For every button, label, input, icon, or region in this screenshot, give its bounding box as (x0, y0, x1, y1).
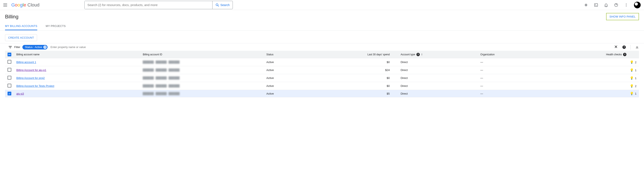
spend-cell: $5 (300, 90, 398, 97)
notifications-icon[interactable] (604, 3, 608, 7)
svg-line-1 (218, 5, 219, 6)
spend-cell: $24 (300, 66, 398, 74)
create-account-button[interactable]: CREATE ACCOUNT (5, 34, 37, 41)
search-button-label: Search (220, 3, 230, 7)
billing-account-id: ██████-██████-██████ (140, 82, 264, 90)
col-type-label: Account type (400, 53, 415, 56)
chip-remove-icon[interactable]: ✕ (43, 46, 47, 49)
health-cell: 💡1 (534, 90, 639, 97)
org-cell: — (478, 74, 534, 82)
type-cell: Direct (398, 74, 478, 82)
filter-chip-label: Status : Active (25, 46, 42, 49)
table-row: Billing Account for aju-p1 ██████-██████… (5, 66, 639, 74)
page-title: Billing (5, 14, 18, 20)
col-health[interactable]: Health checks ? (534, 51, 639, 58)
tab-my-projects[interactable]: MY PROJECTS (46, 22, 66, 30)
svg-rect-9 (10, 48, 11, 48)
row-checkbox[interactable] (8, 60, 11, 64)
svg-point-6 (626, 6, 626, 6)
hamburger-menu-icon[interactable] (3, 2, 8, 7)
svg-point-4 (626, 3, 626, 4)
spend-cell: $0 (300, 82, 398, 90)
status-cell: Active (264, 74, 300, 82)
status-cell: Active (264, 90, 300, 97)
spend-cell: $0 (300, 74, 398, 82)
cloud-shell-icon[interactable] (594, 3, 598, 7)
search-button[interactable]: Search (212, 1, 232, 9)
type-cell: Direct (398, 90, 478, 97)
row-checkbox[interactable] (8, 92, 11, 95)
lightbulb-icon: 💡 (630, 76, 634, 80)
help-type-icon[interactable]: ? (416, 53, 420, 56)
org-cell: — (478, 90, 534, 97)
col-spend[interactable]: Last 30 days' spend (300, 51, 398, 58)
gemini-spark-icon[interactable] (584, 3, 588, 7)
lightbulb-icon: 💡 (630, 84, 634, 88)
status-cell: Active (264, 82, 300, 90)
tab-bar: MY BILLING ACCOUNTS MY PROJECTS (0, 22, 644, 30)
col-id[interactable]: Billing account ID (140, 51, 264, 58)
more-vert-icon[interactable] (624, 3, 628, 7)
action-bar: CREATE ACCOUNT (0, 30, 644, 43)
clear-filter-icon[interactable] (614, 45, 618, 49)
filter-icon[interactable] (8, 45, 12, 49)
spend-cell: $0 (300, 58, 398, 66)
org-cell: — (478, 82, 534, 90)
col-org[interactable]: Organization (478, 51, 534, 58)
type-cell: Direct (398, 58, 478, 66)
svg-rect-2 (594, 3, 598, 6)
top-header: Google Cloud Search (0, 0, 644, 10)
health-cell: 💡2 (534, 82, 639, 90)
logo-cloud-text: Cloud (28, 2, 39, 8)
svg-point-0 (216, 3, 218, 6)
billing-account-id: ██████-██████-██████ (140, 66, 264, 74)
billing-account-link[interactable]: Billing Account for proj2 (16, 76, 45, 80)
type-cell: Direct (398, 66, 478, 74)
lightbulb-icon: 💡 (630, 68, 634, 72)
search-input[interactable] (84, 1, 212, 9)
filter-help-icon[interactable]: ? (622, 45, 626, 49)
table-row: Billing Account for proj2 ██████-██████-… (5, 74, 639, 82)
svg-point-5 (626, 4, 626, 5)
billing-account-id: ██████-██████-██████ (140, 58, 264, 66)
select-all-checkbox[interactable] (8, 53, 11, 56)
google-cloud-logo[interactable]: Google Cloud (11, 2, 40, 8)
filter-chip-status-active[interactable]: Status : Active ✕ (22, 45, 48, 49)
help-icon[interactable] (614, 3, 618, 7)
billing-account-link[interactable]: Billing Account for Tests Project (16, 84, 54, 88)
health-cell: 💡1 (534, 74, 639, 82)
download-icon[interactable] (635, 45, 639, 49)
show-info-panel-button[interactable]: SHOW INFO PANEL (606, 13, 639, 20)
table-header-row: Billing account name Billing account ID … (5, 51, 639, 58)
billing-account-link[interactable]: Billing account 1 (16, 61, 36, 64)
status-cell: Active (264, 58, 300, 66)
svg-rect-8 (10, 47, 11, 47)
search-bar: Search (84, 1, 233, 9)
billing-account-id: ██████-██████-██████ (140, 90, 264, 97)
row-checkbox[interactable] (8, 68, 11, 72)
table-row: Billing Account for Tests Project ██████… (5, 82, 639, 90)
org-cell: — (478, 58, 534, 66)
sort-asc-icon[interactable]: ↑ (421, 53, 423, 56)
filter-label: Filter (14, 46, 20, 49)
billing-accounts-table: Billing account name Billing account ID … (5, 51, 639, 97)
user-avatar[interactable] (634, 2, 641, 8)
col-status[interactable]: Status (264, 51, 300, 58)
billing-account-link[interactable]: aju-p3 (16, 92, 24, 95)
help-health-icon[interactable]: ? (623, 53, 626, 56)
lightbulb-icon: 💡 (630, 92, 634, 95)
health-cell: 💡2 (534, 58, 639, 66)
type-cell: Direct (398, 82, 478, 90)
filter-bar: Filter Status : Active ✕ ? (0, 43, 644, 51)
billing-account-link[interactable]: Billing Account for aju-p1 (16, 69, 46, 72)
row-checkbox[interactable] (8, 84, 11, 88)
col-type[interactable]: Account type ? ↑ (398, 51, 478, 58)
row-checkbox[interactable] (8, 76, 11, 80)
search-icon (216, 3, 219, 7)
filter-input[interactable] (50, 45, 612, 49)
table-row: aju-p3 ██████-██████-██████ Active $5 Di… (5, 90, 639, 97)
col-name[interactable]: Billing account name (14, 51, 140, 58)
svg-rect-7 (9, 46, 12, 46)
tab-my-billing-accounts[interactable]: MY BILLING ACCOUNTS (5, 22, 37, 30)
org-cell: — (478, 66, 534, 74)
